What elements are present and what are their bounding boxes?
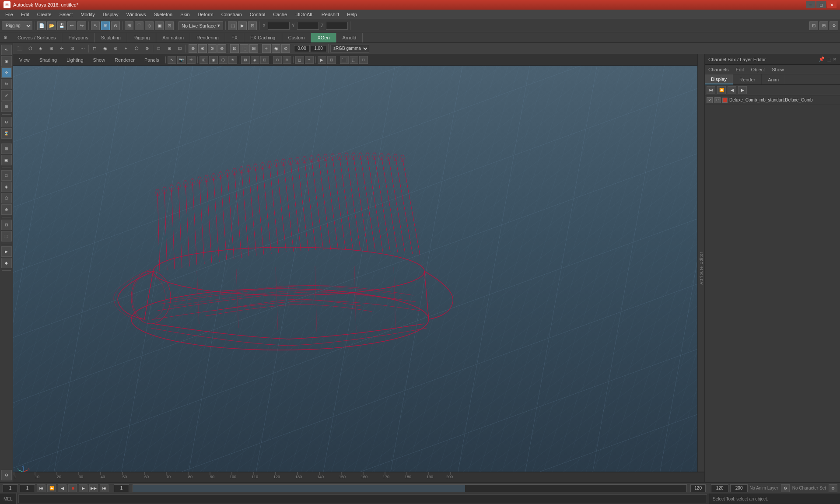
playback-go-start[interactable]: ⏮ [37, 484, 46, 492]
shelf-icon1[interactable]: ⬡ [25, 44, 35, 53]
vp-menu-panels[interactable]: Panels [140, 56, 164, 63]
render-btn[interactable]: ▶ [238, 21, 247, 30]
menu-3dtoall[interactable]: -3DtoAll- [291, 11, 317, 18]
new-file-btn[interactable]: 📄 [37, 21, 46, 30]
layer-playback-btn[interactable]: P [714, 97, 721, 103]
no-live-surface-dropdown[interactable]: No Live Surface ▾ [178, 21, 223, 30]
shelf-home-btn[interactable]: ⬛ [15, 44, 24, 53]
shelf-snap-btn3[interactable]: ⊙ [281, 44, 290, 53]
menu-deform[interactable]: Deform [194, 11, 217, 18]
attr-editor-toggle[interactable]: ⊞ [819, 21, 828, 30]
playback-step-forward[interactable]: ▶▶ [89, 484, 98, 492]
menu-edit[interactable]: Edit [18, 11, 33, 18]
tab-rigging[interactable]: Rigging [127, 33, 156, 42]
layer-tab-display[interactable]: Display [705, 74, 733, 84]
gamma-dropdown[interactable]: sRGB gamma [330, 45, 369, 52]
shelf-settings[interactable]: ⚙ [1, 470, 12, 480]
shelf-icon12[interactable]: ⊛ [142, 44, 152, 53]
y-input[interactable] [297, 22, 319, 30]
shelf-view-btn1[interactable]: ⊡ [230, 44, 239, 53]
menu-display[interactable]: Display [99, 11, 122, 18]
shelf-render1[interactable]: ⊡ [1, 220, 12, 230]
redo-btn[interactable]: ↪ [77, 21, 86, 30]
channel-box-float-icon[interactable]: ⬚ [826, 56, 831, 62]
menu-help[interactable]: Help [343, 11, 360, 18]
shelf-icon4[interactable]: ✛ [57, 44, 66, 53]
tab-fx-caching[interactable]: FX Caching [244, 33, 282, 42]
layer-nav-next[interactable]: ▶ [738, 86, 747, 94]
playback-total-input[interactable] [730, 484, 748, 492]
cb-menu-edit[interactable]: Edit [734, 66, 746, 73]
shelf-view-btn2[interactable]: ⬚ [240, 44, 248, 53]
render-region-btn[interactable]: ⬚ [228, 21, 237, 30]
tab-fx[interactable]: FX [225, 33, 244, 42]
vp-four-view[interactable]: ⊞ [164, 44, 174, 53]
shelf-obj3[interactable]: ⬡ [1, 193, 12, 203]
tab-arnold[interactable]: Arnold [336, 33, 363, 42]
vp-move-btn[interactable]: ✛ [187, 56, 196, 64]
layer-item[interactable]: V P Deluxe_Comb_mb_standart:Deluxe_Comb [705, 95, 840, 105]
playback-go-end[interactable]: ⏭ [100, 484, 108, 492]
minimize-button[interactable]: − [806, 1, 816, 8]
channel-box-pin-icon[interactable]: 📌 [819, 56, 825, 62]
shelf-icon6[interactable]: ⋯ [78, 44, 88, 53]
shelf-snap-surface[interactable]: ▣ [1, 155, 12, 165]
timeline[interactable]: 1 10 20 30 40 50 60 70 80 90 100 110 120 [13, 472, 704, 482]
shelf-val1-input[interactable] [294, 45, 310, 52]
menu-skeleton[interactable]: Skeleton [150, 11, 176, 18]
playback-step-back[interactable]: ⏪ [47, 484, 56, 492]
tool-settings-toggle[interactable]: ⚙ [830, 21, 838, 30]
shelf-anim1[interactable]: ▶ [1, 246, 12, 257]
menu-redshift[interactable]: Redshift [318, 11, 343, 18]
shelf-num-btn4[interactable]: ⊛ [217, 44, 226, 53]
shelf-snap-grid[interactable]: ⊞ [1, 144, 12, 154]
layer-nav-prev[interactable]: ◀ [728, 86, 736, 94]
vp-overlay-btn[interactable]: ◈ [251, 56, 259, 64]
vp-camera-btn[interactable]: 📷 [177, 56, 186, 64]
shelf-universal-tool[interactable]: ⊞ [1, 102, 12, 112]
snap-view-btn[interactable]: ⊡ [165, 21, 174, 30]
shelf-num-btn1[interactable]: ⊕ [189, 44, 197, 53]
vp-3d-view[interactable]: ⊡ [175, 44, 185, 53]
playback-record[interactable]: ⏺ [68, 484, 77, 492]
cb-menu-channels[interactable]: Channels [707, 66, 730, 73]
tab-rendering[interactable]: Rendering [190, 33, 225, 42]
vp-ipr-btn[interactable]: ⊡ [327, 56, 336, 64]
close-button[interactable]: ✕ [827, 1, 836, 8]
vp-menu-lighting[interactable]: Lighting [62, 56, 88, 63]
shelf-paint-select[interactable]: ◉ [1, 56, 12, 66]
shelf-render2[interactable]: ⬚ [1, 231, 12, 242]
menu-constrain[interactable]: Constrain [218, 11, 245, 18]
playback-prev-frame[interactable]: ◀ [58, 484, 66, 492]
shelf-soft-mod[interactable]: ⊙ [1, 117, 12, 127]
vp-grid-btn[interactable]: ⊠ [241, 56, 250, 64]
transform-tool-btn[interactable]: ⊞ [101, 21, 110, 30]
vp-textured-btn[interactable]: ⬡ [219, 56, 228, 64]
shelf-anim2[interactable]: ◆ [1, 258, 12, 268]
shelf-icon2[interactable]: ◈ [36, 44, 46, 53]
tab-polygons[interactable]: Polygons [62, 33, 94, 42]
tab-xgen[interactable]: XGen [311, 33, 336, 42]
vp-single-view[interactable]: □ [154, 44, 164, 53]
timeline-svg[interactable]: 1 10 20 30 40 50 60 70 80 90 100 110 120 [13, 472, 704, 482]
shelf-num-btn3[interactable]: ⊘ [208, 44, 217, 53]
vp-res3-btn[interactable]: □ [359, 56, 368, 64]
vp-menu-shading[interactable]: Shading [35, 56, 61, 63]
current-frame-input[interactable] [20, 484, 35, 492]
shelf-icon11[interactable]: ⬠ [132, 44, 141, 53]
vp-select-btn[interactable]: ↖ [168, 56, 176, 64]
shelf-move-tool[interactable]: ✛ [1, 67, 12, 78]
workspace-dropdown[interactable]: Rigging [2, 21, 32, 30]
layer-tab-anim[interactable]: Anim [762, 74, 785, 84]
layer-nav-first[interactable]: ⏮ [707, 86, 715, 94]
cb-menu-show[interactable]: Show [770, 66, 786, 73]
z-input[interactable] [326, 22, 348, 30]
layer-tab-render[interactable]: Render [733, 74, 762, 84]
maximize-button[interactable]: □ [816, 1, 826, 8]
tab-animation[interactable]: Animation [156, 33, 190, 42]
snap-point-btn[interactable]: ◇ [145, 21, 154, 30]
vp-menu-renderer[interactable]: Renderer [110, 56, 139, 63]
vp-light-btn[interactable]: ☀ [228, 56, 237, 64]
shelf-obj4[interactable]: ⊛ [1, 204, 12, 215]
shelf-rotate-tool[interactable]: ↻ [1, 79, 12, 89]
